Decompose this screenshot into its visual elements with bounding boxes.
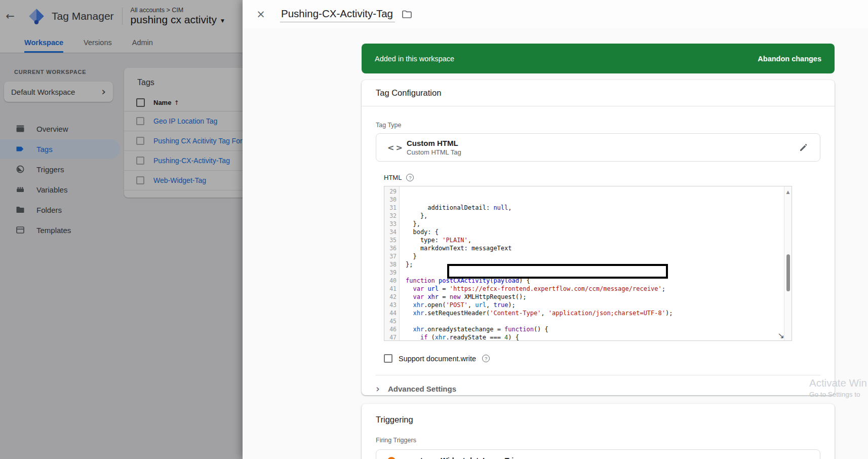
help-icon[interactable]: ? — [406, 174, 414, 181]
support-document-write-label: Support document.write — [399, 355, 476, 363]
help-glyph: ? — [409, 175, 411, 180]
trigger-type-icon — [387, 457, 396, 459]
tag-configuration-card: Tag Configuration Tag Type <> Custom HTM… — [362, 80, 835, 395]
panel-header: × Pushing-CX-Activity-Tag — [243, 0, 868, 28]
chevron-right-icon: › — [376, 384, 380, 394]
firing-triggers-label: Firing Triggers — [376, 437, 820, 444]
abandon-changes-button[interactable]: Abandon changes — [758, 55, 821, 63]
triggering-title: Triggering — [376, 404, 820, 425]
divider — [376, 375, 820, 375]
editor-code-area[interactable]: additionalDetail: null, }, }, body: { ty… — [400, 186, 792, 340]
folder-outline-icon — [401, 9, 412, 20]
edit-tag-type-button[interactable] — [799, 142, 809, 152]
resize-handle-icon[interactable]: ↘ — [778, 332, 784, 340]
html-code-editor[interactable]: 29303132333435363738394041424344454647 a… — [384, 186, 792, 341]
pencil-icon — [799, 142, 809, 152]
help-glyph: ? — [485, 356, 487, 361]
panel-body: Added in this workspace Abandon changes … — [243, 28, 868, 459]
editor-scrollbar[interactable]: ▲ — [784, 186, 792, 340]
support-document-write-checkbox[interactable] — [384, 354, 392, 363]
tag-type-description: Custom HTML Tag — [407, 148, 799, 156]
scrollbar-thumb[interactable] — [786, 254, 790, 291]
scroll-up-icon[interactable]: ▲ — [784, 188, 792, 196]
banner-message: Added in this workspace — [375, 55, 758, 63]
html-field-label: HTML — [384, 174, 402, 181]
workspace-banner: Added in this workspace Abandon changes — [362, 44, 835, 73]
firing-trigger-row[interactable]: customerWidget-dataLayer-Trigger — [376, 449, 820, 459]
tag-type-label: Tag Type — [376, 122, 820, 129]
help-icon[interactable]: ? — [482, 355, 490, 362]
editor-gutter: 29303132333435363738394041424344454647 — [384, 186, 400, 340]
tag-configuration-title: Tag Configuration — [362, 80, 835, 106]
close-icon[interactable]: × — [255, 8, 267, 20]
trigger-name: customerWidget-dataLayer-Trigger — [408, 456, 530, 459]
tag-type-selector[interactable]: <> Custom HTML Custom HTML Tag — [376, 133, 820, 162]
advanced-settings-label: Advanced Settings — [388, 385, 456, 393]
advanced-settings-toggle[interactable]: › Advanced Settings — [376, 384, 820, 394]
editor-code-lines: additionalDetail: null, }, }, body: { ty… — [406, 204, 792, 340]
tag-type-name: Custom HTML — [407, 139, 799, 147]
tag-editor-panel: × Pushing-CX-Activity-Tag Added in this … — [243, 0, 868, 459]
triggering-card: Triggering Firing Triggers customerWidge… — [362, 404, 835, 459]
code-brackets-icon: <> — [387, 143, 407, 152]
move-to-folder-button[interactable] — [401, 9, 412, 20]
tag-name-field[interactable]: Pushing-CX-Activity-Tag — [280, 7, 395, 22]
